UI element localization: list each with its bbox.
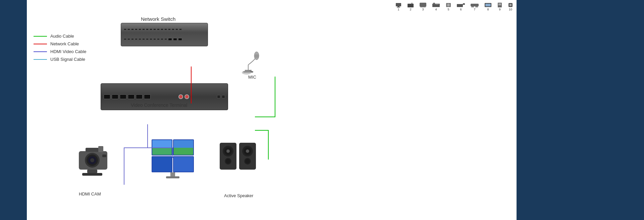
vct-port-sm — [217, 95, 220, 98]
top-device-label-10: 10 — [509, 8, 512, 11]
usb-cable-label: USB Signal Cable — [50, 57, 85, 62]
network-switch-label: Network Switch — [141, 16, 175, 22]
svg-rect-51 — [170, 172, 175, 176]
legend-audio: Audio Cable — [34, 34, 86, 39]
vct-hdmi-port — [112, 94, 118, 99]
svg-point-58 — [226, 159, 230, 164]
audio-cable-label: Audio Cable — [50, 34, 74, 39]
display-device — [151, 138, 195, 183]
svg-rect-12 — [457, 4, 463, 7]
ns-port — [131, 29, 134, 30]
ns-port — [124, 38, 126, 40]
ns-port-sfp — [178, 38, 182, 41]
ns-port — [164, 38, 167, 40]
ns-port — [161, 38, 163, 40]
svg-rect-34 — [86, 148, 99, 152]
top-device-2: 2 — [407, 2, 414, 11]
ns-port — [142, 29, 145, 30]
top-device-bar: 1 2 3 4 — [362, 0, 517, 12]
svg-rect-13 — [463, 3, 465, 5]
svg-rect-36 — [102, 155, 106, 157]
svg-point-56 — [226, 149, 230, 153]
svg-point-64 — [245, 159, 250, 164]
vct-label: Video Conference Terminal — [131, 102, 187, 108]
svg-rect-50 — [174, 140, 193, 148]
vct-hdmi-port — [120, 94, 126, 99]
top-device-label-4: 4 — [435, 8, 437, 11]
ns-port — [153, 38, 156, 40]
usb-cable-line — [34, 59, 47, 60]
svg-point-8 — [433, 3, 435, 5]
svg-rect-3 — [408, 4, 414, 7]
cam-device — [75, 141, 116, 186]
ns-port-sfp — [173, 38, 177, 41]
svg-rect-20 — [498, 3, 501, 5]
svg-rect-35 — [98, 146, 103, 152]
ns-port — [135, 29, 138, 30]
svg-rect-15 — [471, 6, 474, 7]
svg-rect-45 — [152, 157, 172, 172]
top-device-10: 10 — [508, 2, 513, 11]
top-device-3: 3 — [419, 2, 427, 11]
top-device-1: 1 — [395, 2, 402, 11]
ns-port — [135, 38, 138, 40]
right-sidebar — [517, 0, 644, 220]
svg-rect-14 — [471, 4, 479, 6]
vct-hdmi-port — [104, 94, 110, 99]
svg-rect-9 — [435, 4, 439, 5]
vct-connector — [184, 94, 189, 99]
left-sidebar — [0, 0, 27, 220]
ns-port — [146, 38, 149, 40]
ns-port — [168, 29, 171, 30]
top-device-label-7: 7 — [474, 8, 475, 11]
legend: Audio Cable Network Cable HDMI Video Cab… — [34, 34, 86, 64]
svg-rect-37 — [87, 170, 97, 173]
mic-device — [236, 50, 260, 78]
vct-connector — [178, 94, 183, 99]
top-device-label-6: 6 — [460, 8, 462, 11]
svg-rect-48 — [152, 140, 172, 148]
cam-label: HDMI CAM — [79, 191, 101, 196]
network-switch-device — [121, 23, 208, 46]
ns-port — [124, 29, 126, 30]
hdmi-cable-line — [34, 51, 47, 52]
mic-label: MIC — [248, 75, 256, 80]
top-device-label-8: 8 — [487, 8, 489, 11]
svg-rect-47 — [152, 148, 172, 155]
ns-port-sfp — [168, 38, 172, 41]
ns-port — [157, 38, 160, 40]
svg-point-33 — [90, 158, 94, 162]
top-device-5: 5 — [445, 2, 451, 11]
svg-point-62 — [246, 149, 249, 153]
ns-port — [150, 29, 152, 30]
ns-port — [139, 38, 141, 40]
ns-port — [157, 29, 160, 30]
svg-rect-49 — [174, 148, 193, 155]
vct-hdmi-port — [128, 94, 135, 99]
legend-network: Network Cable — [34, 41, 86, 46]
svg-rect-6 — [420, 7, 426, 7]
vct-hdmi-port — [144, 94, 151, 99]
ns-port — [127, 38, 130, 40]
main-content: 1 2 3 4 — [27, 0, 517, 220]
ns-port — [161, 29, 163, 30]
audio-cable-vct-mic — [255, 77, 275, 117]
top-device-4: 4 — [432, 2, 440, 11]
ns-port — [146, 29, 149, 30]
audio-cable-line — [34, 36, 47, 37]
svg-point-11 — [447, 4, 450, 6]
svg-rect-18 — [485, 4, 491, 6]
network-cable-label: Network Cable — [50, 41, 79, 46]
vct-port-sm — [222, 95, 225, 98]
network-cable-line — [34, 44, 47, 44]
svg-rect-0 — [396, 3, 401, 6]
top-device-9: 9 — [497, 2, 502, 11]
svg-rect-46 — [174, 157, 193, 172]
svg-rect-16 — [475, 6, 478, 7]
svg-point-28 — [242, 71, 251, 75]
svg-rect-22 — [509, 4, 512, 6]
ns-port — [175, 29, 178, 30]
svg-rect-27 — [255, 54, 259, 58]
top-device-label-2: 2 — [410, 8, 411, 11]
ns-port — [172, 29, 174, 30]
